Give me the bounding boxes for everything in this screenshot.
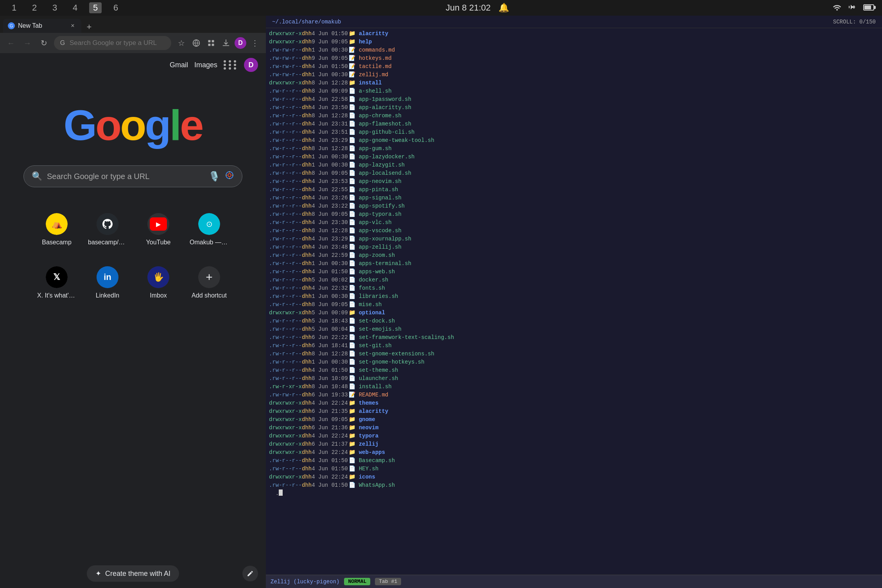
workspace-5[interactable]: 5 — [89, 2, 102, 13]
file-row: .rw-r--r-- dhh 4 Jun 01:50 📄 HEY.sh — [269, 465, 879, 473]
linkedin-icon: in — [97, 266, 118, 288]
workspace-1[interactable]: 1 — [8, 2, 20, 13]
google-apps-button[interactable] — [224, 58, 238, 72]
tab-favicon: G — [8, 22, 15, 29]
newtab-header: Gmail Images D — [0, 53, 266, 77]
shortcut-omakub[interactable]: ⊙ Omakub — A... — [188, 207, 231, 252]
file-row: drwxrwxr-x dhh 4 Jun 01:50 📁 alacritty — [269, 30, 879, 38]
voice-search-icon[interactable]: 🎙️ — [208, 171, 220, 182]
file-row: .rw-rw-r-- dhh 1 Jun 00:30 📝 zellij.md — [269, 71, 879, 79]
terminal-body[interactable]: drwxrwxr-x dhh 4 Jun 01:50 📁 alacrittydr… — [266, 28, 882, 575]
file-row: .rw-r--r-- dhh 4 Jun 23:29 📄 app-xournal… — [269, 235, 879, 243]
file-row: .rw-r--r-- dhh 4 Jun 23:26 📄 app-signal.… — [269, 194, 879, 202]
tab-close-button[interactable]: × — [69, 22, 77, 30]
file-row: drwxrwxr-x dhh 8 Jun 12:28 📁 install — [269, 79, 879, 87]
workspace-6[interactable]: 6 — [109, 2, 122, 13]
x-icon: 𝕏 — [46, 266, 68, 288]
file-row: drwxrwxr-x dhh 4 Jun 22:24 📁 icons — [269, 473, 879, 481]
terminal-header: ~/.local/share/omakub SCROLL: 0/150 — [266, 16, 882, 28]
basecamp-icon: ⛺ — [46, 213, 68, 235]
file-row: drwxrwxr-x dhh 6 Jun 21:37 📁 zellij — [269, 440, 879, 448]
shortcut-label-linkedin: LinkedIn — [96, 292, 120, 299]
reload-button[interactable]: ↻ — [38, 37, 50, 49]
translate-icon[interactable] — [190, 37, 203, 49]
newtab-profile-button[interactable]: D — [244, 58, 258, 72]
file-row: .rw-r--r-- dhh 8 Jun 09:05 📄 app-localse… — [269, 169, 879, 177]
add-shortcut-button[interactable]: + Add shortcut — [188, 260, 231, 305]
new-tab-button[interactable]: + — [82, 21, 96, 33]
svg-rect-3 — [208, 40, 211, 43]
active-tab[interactable]: G New Tab × — [3, 19, 81, 33]
file-row: drwxrwxr-x dhh 8 Jun 09:05 📁 gnome — [269, 416, 879, 424]
images-link[interactable]: Images — [194, 61, 217, 69]
shortcut-imbox[interactable]: 🖐️ Imbox — [137, 260, 180, 305]
shortcut-basecampo[interactable]: basecamp/o... — [86, 207, 129, 252]
chrome-menu-button[interactable]: ⋮ — [249, 37, 261, 49]
shortcut-label-youtube: YouTube — [146, 239, 171, 246]
profile-avatar[interactable]: D — [235, 37, 246, 49]
file-row: drwxrwxr-x dhh 4 Jun 22:24 📁 web-apps — [269, 448, 879, 457]
file-row: .rw-r--r-- dhh 4 Jun 22:55 📄 app-pinta.s… — [269, 186, 879, 194]
workspace-2[interactable]: 2 — [28, 2, 41, 13]
os-taskbar: 1 2 3 4 5 6 Jun 8 21:02 🔔 — [0, 0, 882, 16]
address-bar-icons: ☆ D ⋮ — [175, 37, 261, 49]
terminal-shell-name: Zellij (lucky-pigeon) — [271, 579, 339, 585]
workspace-4[interactable]: 4 — [69, 2, 81, 13]
file-row: .rw-r--r-- dhh 4 Jun 23:53 📄 app-neovim.… — [269, 177, 879, 186]
omakub-icon: ⊙ — [198, 213, 220, 235]
file-row: .rw-r--r-- dhh 8 Jun 12:28 📄 set-gnome-e… — [269, 350, 879, 358]
terminal-path: ~/.local/share/omakub — [272, 19, 341, 25]
shortcut-label-basecampo: basecamp/o... — [88, 239, 127, 246]
file-row: .rw-r--r-- dhh 4 Jun 01:50 📄 apps-web.sh — [269, 268, 879, 276]
file-row: drwxrwxr-x dhh 5 Jun 00:09 📁 optional — [269, 309, 879, 317]
file-row: .rw-r--r-- dhh 4 Jun 01:50 📄 Basecamp.sh — [269, 457, 879, 465]
file-row: .rw-rw-r-- dhh 4 Jun 01:50 📝 tactile.md — [269, 63, 879, 71]
file-row: .rw-r--r-- dhh 8 Jun 09:05 📄 app-typora.… — [269, 210, 879, 219]
file-row: drwxrwxr-x dhh 6 Jun 21:36 📁 neovim — [269, 424, 879, 432]
search-bar-wrapper: 🔍 Search Google or type a URL 🎙️ — [23, 165, 242, 187]
file-row: .rw-r--r-- dhh 4 Jun 22:58 📄 app-1passwo… — [269, 95, 879, 104]
file-row: drwxrwxr-x dhh 6 Jun 21:35 📁 alacritty — [269, 407, 879, 416]
shortcut-linkedin[interactable]: in LinkedIn — [86, 260, 129, 305]
file-row: .rw-r--r-- dhh 6 Jun 22:22 📄 set-framewo… — [269, 333, 879, 342]
extension-icon[interactable] — [205, 37, 217, 49]
back-button[interactable]: ← — [5, 37, 17, 49]
shortcut-basecamp[interactable]: ⛺ Basecamp — [35, 207, 78, 252]
gmail-link[interactable]: Gmail — [170, 61, 188, 69]
workspace-3[interactable]: 3 — [48, 2, 61, 13]
file-row: .rw-r--r-- dhh 8 Jun 10:09 📄 ulauncher.s… — [269, 375, 879, 383]
terminal-statusbar: Zellij (lucky-pigeon) NORMAL Tab #1 — [266, 575, 882, 588]
file-row: .rw-r--r-- dhh 4 Jun 01:50 📄 WhatsApp.sh — [269, 481, 879, 489]
edit-page-button[interactable] — [242, 566, 258, 581]
file-row: .rw-r--r-- dhh 5 Jun 18:43 📄 set-dock.sh — [269, 317, 879, 325]
shortcut-label-imbox: Imbox — [150, 292, 167, 299]
terminal-tab-label: Tab #1 — [375, 578, 401, 585]
create-theme-button[interactable]: ✦ Create theme with AI — [87, 565, 179, 582]
wifi-icon — [833, 4, 841, 13]
chrome-addressbar: ← → ↻ G ☆ D ⋮ — [0, 33, 266, 53]
file-row: .rw-r--r-- dhh 4 Jun 22:59 📄 app-zoom.sh — [269, 251, 879, 260]
google-lens-icon[interactable] — [225, 170, 234, 182]
shortcut-youtube[interactable]: ▶ YouTube — [137, 207, 180, 252]
address-bar-wrapper: G — [54, 36, 171, 50]
bookmark-button[interactable]: ☆ — [175, 37, 188, 49]
create-theme-label: Create theme with AI — [105, 570, 170, 578]
file-row: .rw-r--r-- dhh 4 Jun 23:30 📄 app-vlc.sh — [269, 219, 879, 227]
forward-button[interactable]: → — [21, 37, 34, 49]
address-input[interactable] — [54, 36, 171, 50]
file-row: .rw-r--r-- dhh 6 Jun 18:41 📄 set-git.sh — [269, 342, 879, 350]
bell-icon[interactable]: 🔔 — [498, 3, 509, 13]
shortcut-x[interactable]: 𝕏 X. It's what's ... — [35, 260, 78, 305]
file-row: .rw-r--r-- dhh 8 Jun 12:28 📄 app-chrome.… — [269, 112, 879, 120]
download-icon[interactable] — [220, 37, 232, 49]
file-row: .rw-r--r-- dhh 1 Jun 00:30 📄 app-lazydoc… — [269, 153, 879, 161]
svg-rect-4 — [212, 40, 214, 43]
file-row: drwxrwxr-x dhh 4 Jun 22:24 📁 themes — [269, 399, 879, 407]
file-row: .rw-r--r-- dhh 1 Jun 00:30 📄 libraries.s… — [269, 292, 879, 301]
main-search-bar[interactable]: 🔍 Search Google or type a URL 🎙️ — [23, 165, 242, 187]
shortcut-label-x: X. It's what's ... — [37, 292, 76, 299]
main-area: G New Tab × + ← → ↻ G ☆ — [0, 16, 882, 588]
search-placeholder: Search Google or type a URL — [47, 172, 204, 181]
sparkle-icon: ✦ — [95, 569, 101, 578]
newtab-bottom-bar: ✦ Create theme with AI — [0, 565, 266, 582]
